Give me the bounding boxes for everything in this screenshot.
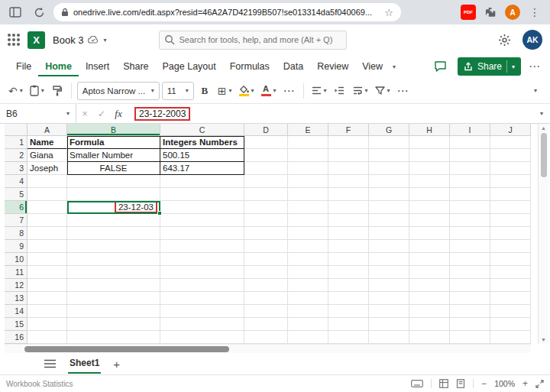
page-layout-view-icon[interactable] bbox=[456, 379, 465, 388]
name-box[interactable]: B6 ▾ bbox=[0, 104, 76, 123]
expand-formula-bar-button[interactable]: ▾ bbox=[533, 104, 550, 124]
column-header-B[interactable]: B bbox=[67, 124, 160, 136]
cell-B11[interactable] bbox=[67, 266, 160, 279]
cell-H2[interactable] bbox=[409, 149, 450, 162]
horizontal-scrollbar[interactable] bbox=[5, 344, 531, 353]
cell-G3[interactable] bbox=[369, 162, 409, 175]
cell-J7[interactable] bbox=[490, 214, 531, 227]
cell-J12[interactable] bbox=[490, 279, 531, 292]
format-painter-button[interactable] bbox=[49, 81, 66, 101]
vertical-scrollbar-thumb[interactable] bbox=[541, 133, 547, 177]
cell-F13[interactable] bbox=[328, 292, 369, 305]
cell-I13[interactable] bbox=[450, 292, 490, 305]
cell-H9[interactable] bbox=[409, 240, 450, 253]
cell-J6[interactable] bbox=[490, 201, 531, 214]
cell-J16[interactable] bbox=[490, 331, 531, 344]
cell-I15[interactable] bbox=[450, 318, 490, 331]
pdf-extension-icon[interactable]: PDF bbox=[461, 5, 476, 20]
cell-C7[interactable] bbox=[160, 214, 244, 227]
cell-I11[interactable] bbox=[450, 266, 490, 279]
app-launcher-waffle-icon[interactable] bbox=[8, 34, 20, 46]
add-sheet-button[interactable]: + bbox=[113, 358, 120, 371]
cell-H4[interactable] bbox=[409, 175, 450, 188]
column-header-F[interactable]: F bbox=[328, 124, 369, 136]
cell-D14[interactable] bbox=[244, 305, 288, 318]
menu-item-insert[interactable]: Insert bbox=[79, 57, 116, 76]
borders-button[interactable]: ⊞ ▾ bbox=[215, 81, 235, 101]
cell-D12[interactable] bbox=[244, 279, 288, 292]
cell-J1[interactable] bbox=[490, 136, 531, 149]
cell-H7[interactable] bbox=[409, 214, 450, 227]
scroll-up-arrow-icon[interactable]: ▲ bbox=[541, 125, 546, 131]
cell-A15[interactable] bbox=[28, 318, 67, 331]
row-header-13[interactable]: 13 bbox=[5, 292, 28, 305]
cell-D9[interactable] bbox=[244, 240, 288, 253]
cell-F16[interactable] bbox=[328, 331, 369, 344]
cell-C16[interactable] bbox=[160, 331, 244, 344]
cell-F8[interactable] bbox=[328, 227, 369, 240]
cell-G12[interactable] bbox=[369, 279, 409, 292]
more-tabs-chevron-icon[interactable]: ▾ bbox=[393, 63, 396, 70]
cell-C2[interactable]: 500.15 bbox=[160, 149, 244, 162]
cell-E1[interactable] bbox=[288, 136, 328, 149]
select-all-corner[interactable] bbox=[5, 124, 28, 136]
cell-I1[interactable] bbox=[450, 136, 490, 149]
cell-B7[interactable] bbox=[67, 214, 160, 227]
formula-input[interactable]: 23-12-2003 bbox=[127, 107, 533, 121]
cell-B12[interactable] bbox=[67, 279, 160, 292]
zoom-out-icon[interactable]: − bbox=[481, 378, 487, 389]
cell-J10[interactable] bbox=[490, 253, 531, 266]
cell-A6[interactable] bbox=[28, 201, 67, 214]
row-header-9[interactable]: 9 bbox=[5, 240, 28, 253]
cell-A7[interactable] bbox=[28, 214, 67, 227]
bold-button[interactable]: B bbox=[196, 81, 213, 101]
cell-E10[interactable] bbox=[288, 253, 328, 266]
cell-C15[interactable] bbox=[160, 318, 244, 331]
cell-A11[interactable] bbox=[28, 266, 67, 279]
cell-A3[interactable]: Joseph bbox=[28, 162, 67, 175]
cell-C10[interactable] bbox=[160, 253, 244, 266]
cell-A2[interactable]: Giana bbox=[28, 149, 67, 162]
cell-F2[interactable] bbox=[328, 149, 369, 162]
cell-A14[interactable] bbox=[28, 305, 67, 318]
cell-H1[interactable] bbox=[409, 136, 450, 149]
cell-J11[interactable] bbox=[490, 266, 531, 279]
cell-H16[interactable] bbox=[409, 331, 450, 344]
cell-E14[interactable] bbox=[288, 305, 328, 318]
cell-G16[interactable] bbox=[369, 331, 409, 344]
cell-G11[interactable] bbox=[369, 266, 409, 279]
cell-E8[interactable] bbox=[288, 227, 328, 240]
cell-B10[interactable] bbox=[67, 253, 160, 266]
cell-D1[interactable] bbox=[244, 136, 288, 149]
menu-item-home[interactable]: Home bbox=[38, 57, 79, 76]
cell-J13[interactable] bbox=[490, 292, 531, 305]
menu-item-formulas[interactable]: Formulas bbox=[223, 57, 277, 76]
cell-F3[interactable] bbox=[328, 162, 369, 175]
cell-G5[interactable] bbox=[369, 188, 409, 201]
cell-D11[interactable] bbox=[244, 266, 288, 279]
cell-H10[interactable] bbox=[409, 253, 450, 266]
cell-C8[interactable] bbox=[160, 227, 244, 240]
cell-C3[interactable]: 643.17 bbox=[160, 162, 244, 175]
sort-filter-button[interactable]: ▾ bbox=[373, 81, 393, 101]
horizontal-scrollbar-thumb[interactable] bbox=[24, 346, 229, 352]
column-header-H[interactable]: H bbox=[409, 124, 450, 136]
zoom-in-icon[interactable]: + bbox=[522, 378, 528, 389]
font-name-combo[interactable]: Aptos Narrow ... ▾ bbox=[77, 82, 160, 100]
cell-A10[interactable] bbox=[28, 253, 67, 266]
comments-button[interactable] bbox=[432, 57, 450, 76]
cell-B14[interactable] bbox=[67, 305, 160, 318]
cell-D15[interactable] bbox=[244, 318, 288, 331]
cell-F6[interactable] bbox=[328, 201, 369, 214]
cell-B1[interactable]: Formula bbox=[67, 136, 160, 149]
cell-B13[interactable] bbox=[67, 292, 160, 305]
menu-item-data[interactable]: Data bbox=[277, 57, 310, 76]
cell-F5[interactable] bbox=[328, 188, 369, 201]
cell-F11[interactable] bbox=[328, 266, 369, 279]
cell-G9[interactable] bbox=[369, 240, 409, 253]
row-header-10[interactable]: 10 bbox=[5, 253, 28, 266]
column-header-J[interactable]: J bbox=[490, 124, 531, 136]
menu-item-share[interactable]: Share bbox=[116, 57, 155, 76]
cell-J9[interactable] bbox=[490, 240, 531, 253]
menu-item-file[interactable]: File bbox=[9, 57, 38, 76]
